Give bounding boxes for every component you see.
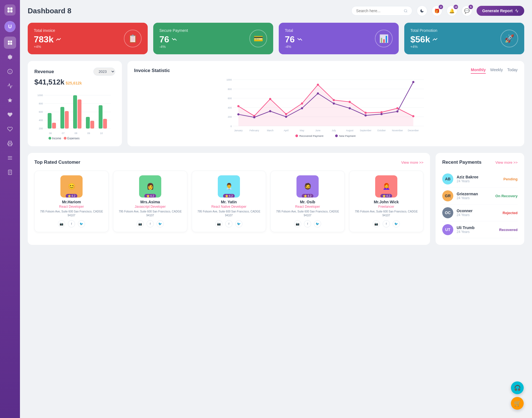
svg-text:08: 08 (75, 132, 77, 135)
svg-point-74 (269, 110, 271, 112)
svg-rect-1 (10, 7, 12, 10)
instagram-icon-3[interactable]: 📷 (294, 220, 301, 227)
svg-rect-29 (52, 123, 56, 129)
svg-rect-33 (78, 99, 81, 129)
customer-avatar-4: 👩‍🦰 ⭐ 4.2 (375, 175, 397, 198)
revenue-primary: $41,512k (34, 78, 64, 86)
stat-trend-payment: -4% (159, 45, 188, 49)
svg-rect-31 (65, 111, 69, 129)
facebook-icon-4[interactable]: f (383, 220, 390, 227)
stat-label-total: Total (285, 28, 303, 33)
customer-avatar-2: 👨‍💼 ⭐ 4.2 (218, 175, 240, 198)
instagram-icon-2[interactable]: 📷 (215, 220, 222, 227)
svg-rect-2 (7, 10, 10, 12)
sidebar-item-info[interactable] (4, 65, 16, 78)
sidebar-item-saved[interactable] (4, 123, 16, 135)
stat-card-promotion: Total Promotion $56k +4% 🚀 (404, 23, 524, 54)
svg-text:800: 800 (39, 102, 43, 105)
sidebar-item-liked[interactable] (4, 109, 16, 121)
facebook-icon-2[interactable]: f (225, 220, 232, 227)
stat-icon-total: 📊 (375, 30, 393, 47)
customer-socials-4: 📷 f 🐦 (353, 220, 420, 227)
stat-cards: Total invoice 783k +4% 📋 Secure Payment … (28, 23, 524, 54)
search-box (351, 6, 412, 16)
svg-point-73 (253, 116, 255, 119)
dark-mode-toggle[interactable] (417, 6, 427, 16)
sidebar-logo[interactable] (4, 4, 16, 16)
svg-point-43 (48, 137, 51, 140)
sidebar-item-favorites[interactable] (4, 94, 16, 106)
svg-text:May: May (300, 129, 305, 132)
facebook-icon-0[interactable]: f (68, 220, 75, 227)
year-select[interactable]: 202320222021 (93, 68, 115, 76)
svg-rect-36 (99, 105, 103, 129)
svg-text:800: 800 (228, 88, 232, 91)
generate-report-button[interactable]: Generate Report (477, 6, 524, 16)
svg-point-68 (365, 112, 367, 114)
sidebar-item-analytics[interactable] (4, 80, 16, 92)
twitter-icon-4[interactable]: 🐦 (393, 220, 400, 227)
customer-name-4: Mr.John Wick (353, 200, 420, 204)
avatar[interactable]: U (4, 21, 16, 32)
sidebar-item-dashboard[interactable] (4, 37, 16, 49)
svg-text:August: August (346, 129, 354, 132)
customer-name-2: Mr. Yatin (195, 200, 262, 204)
svg-point-82 (396, 111, 398, 113)
instagram-icon-0[interactable]: 📷 (58, 220, 65, 227)
notifications-btn[interactable]: 12 🔔 (447, 6, 457, 16)
svg-text:400: 400 (228, 106, 232, 109)
svg-rect-35 (90, 121, 94, 129)
stat-trend-promotion: +4% (410, 45, 438, 49)
svg-point-64 (301, 102, 303, 105)
customer-avatar-1: 👩 ⭐ 4.2 (139, 175, 161, 198)
sidebar-item-settings[interactable] (4, 51, 16, 63)
payment-item-2: OC Oconner 24 Years Rejected (442, 204, 518, 221)
facebook-icon-3[interactable]: f (304, 220, 311, 227)
support-float-btn[interactable]: 🎧 (511, 381, 524, 394)
customer-role-1: Javascript Developer (117, 205, 184, 209)
cart-float-btn[interactable]: 🛒 (511, 397, 524, 410)
customer-card-2: 👨‍💼 ⭐ 4.2 Mr. Yatin React Native Develop… (192, 171, 266, 232)
svg-text:200: 200 (228, 116, 232, 118)
tab-monthly[interactable]: Monthly (471, 68, 486, 74)
customers-view-more[interactable]: View more >> (401, 160, 423, 165)
twitter-icon-2[interactable]: 🐦 (235, 220, 242, 227)
line-chart-svg: 1000 800 600 400 200 0 (134, 77, 518, 138)
customer-socials-1: 📷 f 🐦 (117, 220, 184, 227)
revenue-title: Revenue (34, 69, 54, 75)
search-input[interactable] (356, 9, 401, 13)
payment-item-0: AB Aziz Bakree 24 Years Pending (442, 171, 518, 188)
svg-point-62 (269, 98, 271, 100)
tab-weekly[interactable]: Weekly (490, 68, 503, 74)
customer-address-0: 795 Folsom Ave, Suite 600 San Francisco,… (38, 210, 105, 217)
payments-view-more[interactable]: View more >> (495, 160, 518, 165)
twitter-icon-1[interactable]: 🐦 (157, 220, 164, 227)
stat-value-promotion: $56k (410, 34, 438, 45)
svg-text:07: 07 (62, 132, 65, 135)
stat-label-payment: Secure Payment (159, 28, 188, 33)
twitter-icon-3[interactable]: 🐦 (314, 220, 321, 227)
svg-rect-3 (10, 10, 12, 12)
instagram-icon-4[interactable]: 📷 (373, 220, 380, 227)
tab-today[interactable]: Today (507, 68, 518, 74)
customer-socials-0: 📷 f 🐦 (38, 220, 105, 227)
bar-chart-svg: 1000 800 600 400 200 (34, 90, 115, 140)
svg-point-83 (412, 81, 415, 83)
stat-value-payment: 76 (159, 34, 188, 45)
badge-bell: 12 (454, 5, 458, 9)
stat-label-invoice: Total invoice (34, 28, 61, 33)
facebook-icon-1[interactable]: f (147, 220, 154, 227)
svg-text:600: 600 (39, 111, 43, 113)
customers-card: Top Rated Customer View more >> 😊 ⭐ 4.2 … (28, 153, 430, 245)
stat-card-total: Total 76 -4% 📊 (279, 23, 399, 54)
gift-btn[interactable]: 2 🎁 (432, 6, 442, 16)
customer-card-1: 👩 ⭐ 4.2 Mrs.Asima Javascript Developer 7… (113, 171, 187, 232)
twitter-icon-0[interactable]: 🐦 (78, 220, 85, 227)
sidebar-item-documents[interactable] (4, 166, 16, 178)
customer-role-3: React Developer (274, 205, 341, 209)
messages-btn[interactable]: 5 💬 (462, 6, 472, 16)
instagram-icon-1[interactable]: 📷 (137, 220, 144, 227)
svg-point-78 (333, 102, 335, 105)
sidebar-item-menu[interactable] (4, 152, 16, 164)
sidebar-item-print[interactable] (4, 137, 16, 150)
